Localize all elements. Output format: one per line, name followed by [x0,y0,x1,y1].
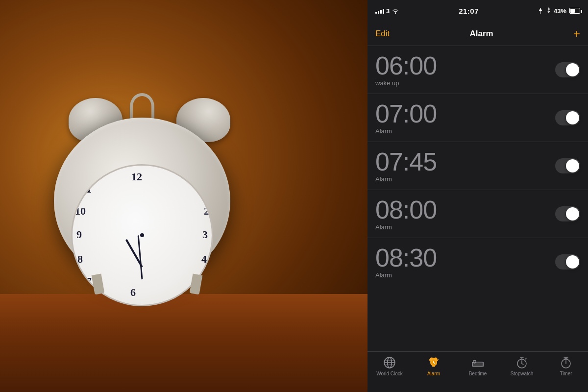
tab-bedtime[interactable]: Bedtime [456,356,500,376]
clock-num-6: 6 [130,286,136,299]
page-title: Alarm [470,29,493,39]
alarm-time-display-4: 08:30 [375,245,555,270]
wifi-icon [392,8,399,14]
tab-timer[interactable]: Timer [544,356,588,376]
toggle-thumb-3 [566,207,579,220]
timer-icon [559,356,573,369]
alarm-item-4[interactable]: 08:30 Alarm [368,238,588,286]
alarm-item-2[interactable]: 07:45 Alarm [368,142,588,190]
alarm-toggle-0[interactable] [555,62,580,77]
clock-num-4: 4 [201,253,207,266]
clock-num-7: 7 [86,275,92,288]
alarm-time-display-0: 06:00 [375,53,555,78]
toggle-track-3[interactable] [555,206,580,221]
alarm-toggle-2[interactable] [555,158,580,173]
timer-label: Timer [560,371,572,376]
world-clock-label: World Clock [376,371,403,376]
clock-num-12: 12 [131,171,142,183]
signal-bars [375,8,384,14]
battery-percent-label: 43% [554,7,566,15]
svg-line-23 [522,364,523,365]
svg-rect-12 [432,366,435,367]
bedtime-label: Bedtime [469,371,487,376]
tab-bar: World Clock [368,351,588,392]
clock-num-11: 11 [81,183,92,196]
svg-point-0 [395,12,396,14]
alarm-item-0[interactable]: 06:00 wake up [368,46,588,94]
timer-svg-icon [560,356,572,369]
globe-icon [383,356,396,369]
alarm-time-section-0: 06:00 wake up [375,53,555,87]
edit-button[interactable]: Edit [375,29,390,39]
alarm-time-display-2: 07:45 [375,149,555,174]
alarm-label-1: Alarm [375,127,555,135]
alarm-time-section-4: 08:30 Alarm [375,245,555,279]
world-clock-icon [383,356,396,369]
alarm-clock: 12 1 2 3 4 5 6 7 8 9 10 11 [54,88,240,294]
alarm-toggle-1[interactable] [555,110,580,125]
alarm-list: 06:00 wake up 07:00 Alarm 07:45 [368,46,588,351]
battery-fill [570,9,575,13]
toggle-thumb-2 [566,159,579,172]
toggle-thumb-4 [566,255,579,269]
svg-line-26 [525,358,526,359]
alarm-label-2: Alarm [375,175,555,183]
clock-outer: 12 1 2 3 4 5 6 7 8 9 10 11 [54,118,230,284]
stopwatch-icon [515,356,529,369]
stopwatch-svg-icon [515,356,528,369]
background-photo: 12 1 2 3 4 5 6 7 8 9 10 11 [0,0,368,392]
alarm-label-0: wake up [375,79,555,87]
svg-point-18 [473,360,476,363]
alarm-time-display-1: 07:00 [375,101,555,126]
battery-icon [569,8,580,14]
add-alarm-button[interactable]: + [573,28,580,40]
signal-label: 3 [386,7,390,15]
minute-hand [138,235,143,279]
tab-world-clock[interactable]: World Clock [368,356,412,376]
location-icon [538,8,543,14]
bluetooth-icon [546,7,551,14]
phone-panel: 3 21:07 43% Edit Alarm [368,0,588,392]
clock-handle [130,93,154,120]
status-right: 43% [538,7,580,15]
alarm-toggle-4[interactable] [555,254,580,270]
navigation-bar: Edit Alarm + [368,22,588,46]
status-time: 21:07 [459,7,479,15]
tab-alarm[interactable]: Alarm [412,356,456,376]
clock-num-3: 3 [202,228,208,241]
clock-num-2: 2 [204,205,209,218]
status-left: 3 [375,7,399,15]
bedtime-icon [471,356,485,369]
toggle-track-1[interactable] [555,110,580,125]
toggle-track-2[interactable] [555,158,580,173]
table-surface [0,294,368,392]
stopwatch-label: Stopwatch [511,371,534,376]
toggle-thumb-0 [566,63,579,76]
clock-num-1: 1 [199,183,204,196]
alarm-time-section-2: 07:45 Alarm [375,149,555,183]
toggle-thumb-1 [566,111,579,124]
toggle-track-4[interactable] [555,254,580,270]
signal-bar-1 [375,12,377,14]
svg-rect-17 [473,364,483,367]
alarm-time-section-3: 08:00 Alarm [375,197,555,231]
alarm-tab-label: Alarm [427,371,440,376]
alarm-time-section-1: 07:00 Alarm [375,101,555,135]
clock-num-10: 10 [75,205,86,218]
clock-num-8: 8 [77,253,83,266]
alarm-time-display-3: 08:00 [375,197,555,222]
signal-bar-3 [380,10,382,14]
alarm-toggle-3[interactable] [555,206,580,221]
alarm-item-3[interactable]: 08:00 Alarm [368,190,588,238]
alarm-item-1[interactable]: 07:00 Alarm [368,94,588,142]
tab-stopwatch[interactable]: Stopwatch [500,356,544,376]
signal-bar-4 [383,9,384,14]
alarm-bell-icon [427,356,440,369]
toggle-track-0[interactable] [555,62,580,77]
status-bar: 3 21:07 43% [368,0,588,22]
alarm-icon [427,356,441,369]
alarm-label-4: Alarm [375,271,555,279]
clock-center [140,233,144,237]
signal-bar-2 [378,11,379,14]
clock-num-9: 9 [76,228,82,241]
